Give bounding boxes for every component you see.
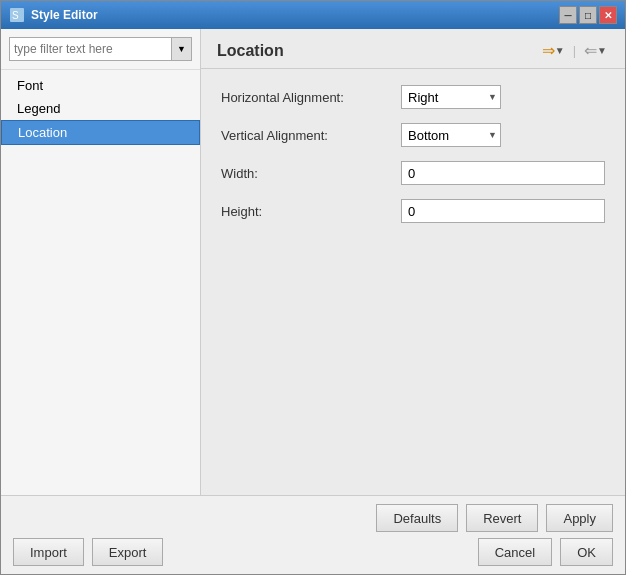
vertical-alignment-row: Vertical Alignment: Top Center Bottom xyxy=(221,123,605,147)
minimize-button[interactable]: ─ xyxy=(559,6,577,24)
nav-item-legend[interactable]: Legend xyxy=(1,97,200,120)
defaults-button[interactable]: Defaults xyxy=(376,504,458,532)
import-button[interactable]: Import xyxy=(13,538,84,566)
ok-button[interactable]: OK xyxy=(560,538,613,566)
forward-dropdown-icon: ▼ xyxy=(555,45,565,56)
title-bar-left: S Style Editor xyxy=(9,7,98,23)
bottom-left: Import Export xyxy=(13,538,163,566)
horizontal-alignment-row: Horizontal Alignment: Left Center Right xyxy=(221,85,605,109)
back-dropdown-icon: ▼ xyxy=(597,45,607,56)
height-row: Height: xyxy=(221,199,605,223)
bottom-row-top: Defaults Revert Apply xyxy=(13,504,613,532)
nav-item-font[interactable]: Font xyxy=(1,74,200,97)
height-input[interactable] xyxy=(401,199,605,223)
filter-dropdown-button[interactable]: ▼ xyxy=(171,38,191,60)
forward-button[interactable]: ⇒ ▼ xyxy=(540,39,567,62)
bottom-right-bottom: Cancel OK xyxy=(478,538,613,566)
title-bar-buttons: ─ □ ✕ xyxy=(559,6,617,24)
nav-list: Font Legend Location xyxy=(1,70,200,149)
vertical-alignment-dropdown-wrapper: Top Center Bottom xyxy=(401,123,501,147)
maximize-button[interactable]: □ xyxy=(579,6,597,24)
bottom-right-top: Defaults Revert Apply xyxy=(376,504,613,532)
revert-button[interactable]: Revert xyxy=(466,504,538,532)
right-content: Horizontal Alignment: Left Center Right xyxy=(201,69,625,495)
vertical-alignment-control: Top Center Bottom xyxy=(401,123,605,147)
horizontal-alignment-control: Left Center Right xyxy=(401,85,605,109)
back-icon: ⇐ xyxy=(584,41,597,60)
height-control xyxy=(401,199,605,223)
nav-item-location[interactable]: Location xyxy=(1,120,200,145)
icon-separator: | xyxy=(573,43,576,58)
right-panel-title: Location xyxy=(217,42,284,60)
back-button[interactable]: ⇐ ▼ xyxy=(582,39,609,62)
window-title: Style Editor xyxy=(31,8,98,22)
filter-input[interactable] xyxy=(10,40,171,58)
bottom-bar: Defaults Revert Apply Import Export Canc… xyxy=(1,495,625,574)
forward-icon: ⇒ xyxy=(542,41,555,60)
style-editor-window: S Style Editor ─ □ ✕ ▼ Font Legend Locat… xyxy=(0,0,626,575)
filter-input-wrapper: ▼ xyxy=(9,37,192,61)
width-row: Width: xyxy=(221,161,605,185)
horizontal-alignment-dropdown-wrapper: Left Center Right xyxy=(401,85,501,109)
left-panel: ▼ Font Legend Location xyxy=(1,29,201,495)
export-button[interactable]: Export xyxy=(92,538,164,566)
right-panel: Location ⇒ ▼ | ⇐ ▼ Horizontal Alignme xyxy=(201,29,625,495)
right-header: Location ⇒ ▼ | ⇐ ▼ xyxy=(201,29,625,69)
apply-button[interactable]: Apply xyxy=(546,504,613,532)
close-button[interactable]: ✕ xyxy=(599,6,617,24)
title-bar: S Style Editor ─ □ ✕ xyxy=(1,1,625,29)
width-control xyxy=(401,161,605,185)
width-input[interactable] xyxy=(401,161,605,185)
horizontal-alignment-label: Horizontal Alignment: xyxy=(221,90,401,105)
height-label: Height: xyxy=(221,204,401,219)
bottom-row-bottom: Import Export Cancel OK xyxy=(13,538,613,566)
filter-container: ▼ xyxy=(1,29,200,70)
width-label: Width: xyxy=(221,166,401,181)
cancel-button[interactable]: Cancel xyxy=(478,538,552,566)
header-icons: ⇒ ▼ | ⇐ ▼ xyxy=(540,39,609,62)
style-editor-icon: S xyxy=(9,7,25,23)
content-area: ▼ Font Legend Location Location ⇒ ▼ | xyxy=(1,29,625,495)
vertical-alignment-label: Vertical Alignment: xyxy=(221,128,401,143)
vertical-alignment-select[interactable]: Top Center Bottom xyxy=(401,123,501,147)
svg-text:S: S xyxy=(12,10,19,21)
horizontal-alignment-select[interactable]: Left Center Right xyxy=(401,85,501,109)
